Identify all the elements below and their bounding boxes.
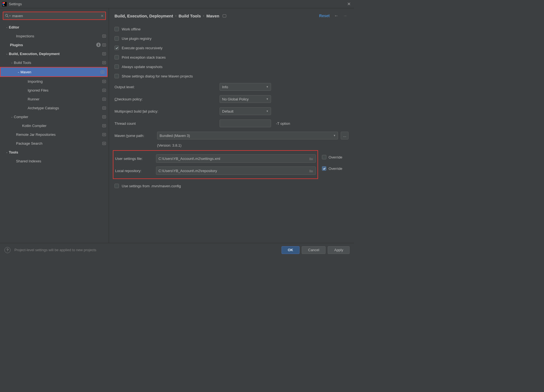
always-update-snapshots-label: Always update snapshots [122, 65, 162, 69]
thread-count-input[interactable] [220, 120, 271, 127]
svg-line-6 [7, 16, 9, 17]
sidebar-item-tools[interactable]: ⌄Tools [0, 148, 109, 157]
folder-icon[interactable] [309, 157, 313, 160]
maven-version-text: (Version: 3.8.1) [157, 142, 348, 150]
close-icon[interactable]: ✕ [346, 1, 352, 7]
user-settings-file-input[interactable]: C:\Users\YB_Account\.m2\settings.xml [156, 154, 316, 163]
reset-button[interactable]: Reset [319, 14, 330, 18]
sidebar-item-build-execution-deployment[interactable]: ⌄Build, Execution, Deployment [0, 49, 109, 58]
svg-rect-4 [3, 5, 4, 6]
search-scope-dropdown[interactable]: ▾ [9, 15, 11, 17]
ok-button[interactable]: OK [282, 246, 300, 254]
local-repository-label: Local repository: [115, 169, 156, 173]
project-scope-icon [102, 98, 106, 101]
user-settings-override-label: Override [329, 155, 342, 159]
sidebar-item-remote-jar-repositories[interactable]: Remote Jar Repositories [0, 130, 109, 139]
local-repository-override-checkbox[interactable] [322, 166, 326, 171]
use-plugin-registry-checkbox[interactable] [114, 36, 119, 41]
svg-rect-1 [2, 2, 4, 4]
sidebar-item-compiler[interactable]: ⌄Compiler [0, 112, 109, 121]
print-exception-stack-traces-checkbox[interactable] [114, 55, 119, 59]
sidebar-item-kotlin-compiler[interactable]: Kotlin Compiler [0, 121, 109, 130]
project-scope-icon [102, 124, 106, 127]
output-level-select[interactable]: Info▼ [220, 83, 271, 91]
local-repository-override-label: Override [329, 167, 342, 171]
sidebar-item-editor[interactable]: ⌄Editor [0, 23, 109, 32]
show-settings-dialog-checkbox[interactable] [114, 74, 119, 78]
execute-goals-recursively-checkbox[interactable] [114, 46, 119, 50]
svg-rect-2 [4, 2, 5, 4]
sidebar-item-importing[interactable]: Importing [0, 77, 109, 86]
folder-icon[interactable] [309, 169, 313, 173]
search-icon [5, 14, 9, 18]
user-settings-override-checkbox[interactable] [322, 155, 326, 159]
sidebar-item-maven[interactable]: ⌄Maven [1, 68, 107, 76]
print-exception-stack-traces-label: Print exception stack traces [122, 55, 166, 59]
project-scope-icon [102, 43, 106, 46]
footer-note: Project-level settings will be applied t… [14, 248, 279, 252]
maven-home-path-label: Maven home path: [114, 134, 157, 138]
breadcrumb-bed[interactable]: Build, Execution, Deployment [114, 14, 173, 18]
maven-home-path-select[interactable]: Bundled (Maven 3) [157, 132, 332, 139]
chevron-down-icon: ▼ [266, 98, 269, 100]
maven-home-path-browse[interactable]: … [341, 132, 348, 139]
project-scope-icon [102, 107, 106, 110]
project-scope-icon [102, 52, 106, 55]
local-repository-input[interactable]: C:\Users\YB_Account\.m2\repository [156, 167, 316, 175]
use-mvn-config-checkbox[interactable] [114, 184, 119, 188]
svg-point-5 [6, 14, 8, 17]
sidebar-item-build-tools[interactable]: ⌄Build Tools [0, 58, 109, 67]
project-scope-icon [102, 61, 106, 64]
project-scope-icon [102, 133, 106, 136]
breadcrumb: Build, Execution, Deployment › Build Too… [114, 14, 319, 18]
project-scope-icon [102, 89, 106, 92]
project-scope-icon [102, 35, 106, 38]
app-icon [2, 2, 7, 6]
use-plugin-registry-label: Use plugin registry [122, 37, 152, 41]
back-button[interactable]: ← [334, 13, 339, 18]
output-level-label: Output level: [114, 85, 220, 89]
sidebar-item-archetype-catalogs[interactable]: Archetype Catalogs [0, 103, 109, 112]
window-title: Settings [9, 2, 346, 6]
multiproject-fail-policy-label: Multiproject build fail policy: [114, 109, 220, 113]
project-scope-icon [101, 71, 104, 74]
always-update-snapshots-checkbox[interactable] [114, 64, 119, 69]
breadcrumb-build-tools[interactable]: Build Tools [179, 14, 201, 18]
maven-home-path-dropdown[interactable]: ▼ [331, 132, 338, 139]
checksum-policy-label: Checksum policy: [114, 97, 220, 101]
checksum-policy-select[interactable]: No Global Policy▼ [220, 95, 271, 103]
sidebar-item-runner[interactable]: Runner [0, 95, 109, 103]
sidebar-item-package-search[interactable]: Package Search [0, 139, 109, 148]
multiproject-fail-policy-select[interactable]: Default▼ [220, 107, 271, 115]
use-mvn-config-label: Use settings from .mvn/maven.config [122, 184, 181, 188]
chevron-right-icon: › [203, 14, 204, 18]
work-offline-checkbox[interactable] [114, 27, 119, 31]
breadcrumb-maven: Maven [206, 14, 219, 18]
user-settings-file-label: User settings file: [115, 157, 156, 161]
clear-search-icon[interactable]: ✕ [101, 14, 104, 18]
project-scope-icon [102, 80, 106, 83]
chevron-right-icon: › [175, 14, 176, 18]
sidebar-item-ignored-files[interactable]: Ignored Files [0, 86, 109, 95]
chevron-down-icon: ▼ [266, 110, 269, 113]
help-button[interactable]: ? [4, 247, 11, 253]
work-offline-label: Work offline [122, 27, 140, 31]
search-input-container: ▾ ✕ [3, 12, 106, 20]
search-input[interactable] [12, 14, 101, 18]
cancel-button[interactable]: Cancel [302, 246, 326, 254]
plugins-badge: 1 [96, 43, 101, 47]
sidebar-item-inspections[interactable]: Inspections [0, 32, 109, 40]
sidebar-item-plugins[interactable]: Plugins1 [0, 40, 109, 49]
project-scope-icon [223, 14, 226, 17]
thread-count-suffix: -T option [276, 121, 290, 126]
apply-button[interactable]: Apply [328, 246, 350, 254]
chevron-down-icon: ▼ [266, 85, 269, 88]
svg-rect-3 [2, 4, 4, 5]
forward-button: → [343, 13, 347, 18]
show-settings-dialog-label: Show settings dialog for new Maven proje… [122, 74, 193, 78]
project-scope-icon [102, 142, 106, 145]
thread-count-label: Thread count [114, 121, 220, 126]
project-scope-icon [102, 115, 106, 118]
execute-goals-recursively-label: Execute goals recursively [122, 46, 162, 50]
sidebar-item-shared-indexes[interactable]: Shared Indexes [0, 157, 109, 165]
